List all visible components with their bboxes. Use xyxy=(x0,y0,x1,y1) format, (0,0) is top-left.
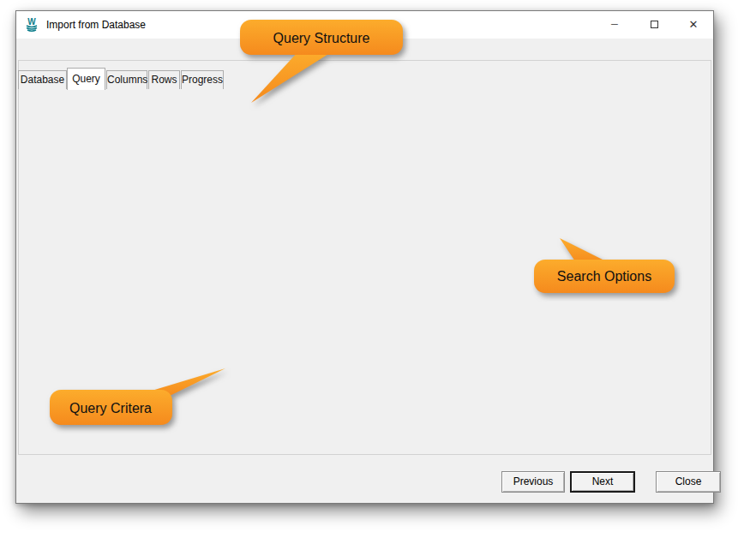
close-button-footer[interactable]: Close xyxy=(656,471,721,493)
window-title: Import from Database xyxy=(46,19,146,31)
query-tab-page xyxy=(18,60,711,455)
title-bar: W Import from Database ─ ✕ xyxy=(16,11,713,39)
maximize-button[interactable] xyxy=(634,11,674,37)
tab-rows[interactable]: Rows xyxy=(148,70,180,89)
svg-text:W: W xyxy=(27,17,36,27)
import-from-database-dialog: W Import from Database ─ ✕ Database Quer… xyxy=(15,10,714,504)
next-button[interactable]: Next xyxy=(570,471,635,493)
close-button[interactable]: ✕ xyxy=(674,11,713,37)
app-icon: W xyxy=(24,17,39,33)
tab-database[interactable]: Database xyxy=(18,70,67,89)
maximize-icon xyxy=(651,21,658,28)
tab-query[interactable]: Query xyxy=(67,68,105,90)
tab-progress[interactable]: Progress xyxy=(181,70,224,89)
tab-columns[interactable]: Columns xyxy=(106,70,147,89)
tab-strip: Database Query Columns Rows Progress xyxy=(16,39,713,61)
previous-button[interactable]: Previous xyxy=(501,471,565,493)
minimize-button[interactable]: ─ xyxy=(595,11,634,37)
